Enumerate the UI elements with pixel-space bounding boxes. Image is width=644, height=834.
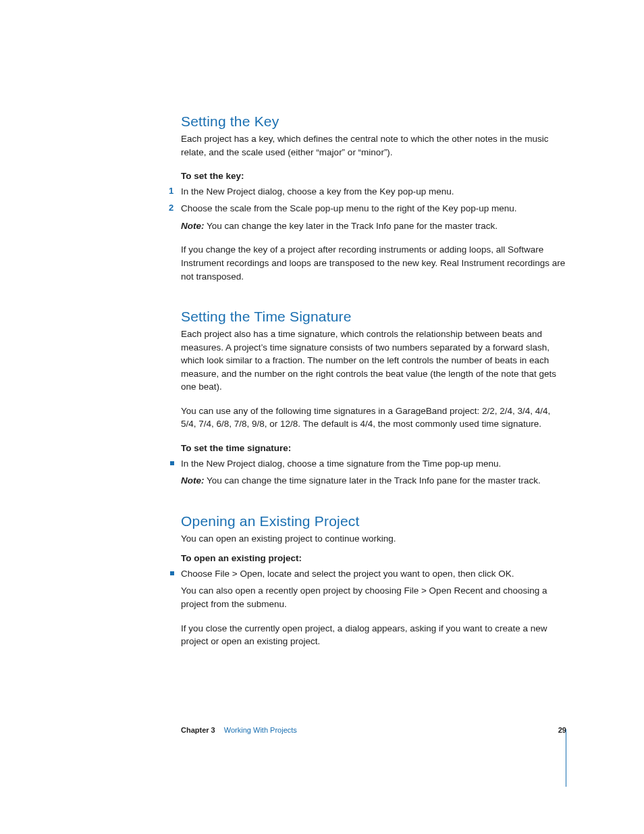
bullet-list: In the New Project dialog, choose a time… xyxy=(181,457,566,471)
note-text: You can change the time signature later … xyxy=(205,475,541,486)
lead-in: To open an existing project: xyxy=(181,552,566,565)
step-number: 1 xyxy=(169,185,173,198)
bullet-item: In the New Project dialog, choose a time… xyxy=(169,457,566,471)
chapter-title: Working With Projects xyxy=(224,726,297,734)
paragraph: You can open an existing project to cont… xyxy=(181,532,566,546)
note-paragraph: Note: You can change the time signature … xyxy=(181,474,566,488)
bullet-text: In the New Project dialog, choose a time… xyxy=(181,459,501,469)
bullet-list: Choose File > Open, locate and select th… xyxy=(181,567,566,581)
page-footer: Chapter 3 Working With Projects 29 xyxy=(181,726,566,734)
heading-setting-time-signature: Setting the Time Signature xyxy=(181,309,566,325)
square-bullet-icon xyxy=(170,571,174,575)
step-item: 1 In the New Project dialog, choose a ke… xyxy=(169,185,566,199)
step-text: Choose the scale from the Scale pop-up m… xyxy=(181,203,517,213)
edge-rule-decoration xyxy=(566,729,566,787)
bullet-text: Choose File > Open, locate and select th… xyxy=(181,569,514,579)
paragraph: If you close the currently open project,… xyxy=(181,622,566,648)
page-content: Setting the Key Each project has a key, … xyxy=(0,0,644,648)
heading-setting-the-key: Setting the Key xyxy=(181,113,566,130)
lead-in: To set the time signature: xyxy=(181,442,566,455)
paragraph: Each project has a key, which defines th… xyxy=(181,132,566,159)
paragraph: You can use any of the following time si… xyxy=(181,405,566,431)
bullet-item: Choose File > Open, locate and select th… xyxy=(169,567,566,581)
square-bullet-icon xyxy=(170,461,174,465)
step-item: 2 Choose the scale from the Scale pop-up… xyxy=(169,202,566,215)
lead-in: To set the key: xyxy=(181,170,566,183)
step-number: 2 xyxy=(169,202,173,215)
note-text: You can change the key later in the Trac… xyxy=(205,221,498,231)
paragraph: You can also open a recently open projec… xyxy=(181,584,566,610)
step-text: In the New Project dialog, choose a key … xyxy=(181,186,454,197)
paragraph: If you change the key of a project after… xyxy=(181,243,566,283)
ordered-steps: 1 In the New Project dialog, choose a ke… xyxy=(181,185,566,215)
note-label: Note: xyxy=(181,475,205,486)
paragraph: Each project also has a time signature, … xyxy=(181,328,566,394)
note-paragraph: Note: You can change the key later in th… xyxy=(181,219,566,233)
heading-opening-existing-project: Opening an Existing Project xyxy=(181,513,566,529)
chapter-label: Chapter 3 xyxy=(181,726,215,734)
note-label: Note: xyxy=(181,221,205,231)
